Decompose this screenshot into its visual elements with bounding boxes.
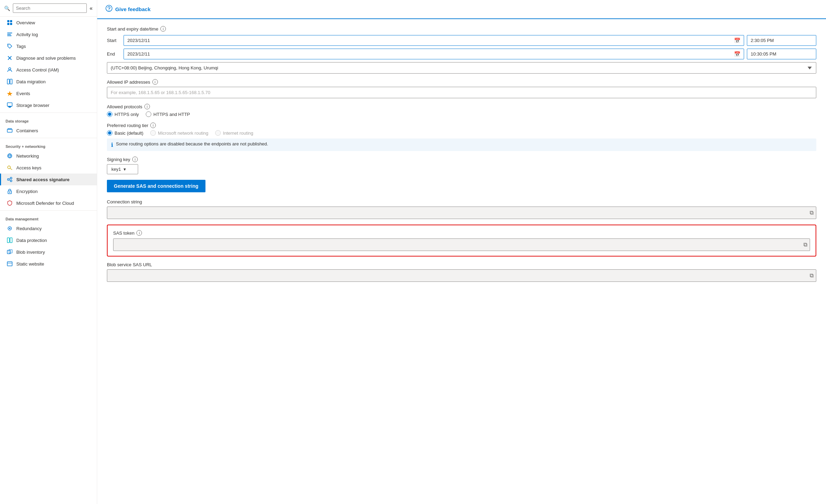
sidebar-item-tags[interactable]: Tags (0, 40, 97, 52)
sidebar-item-blob-inventory[interactable]: Blob inventory (0, 246, 97, 258)
blob-sas-url-section: Blob service SAS URL ⧉ (107, 262, 816, 282)
defender-icon (7, 200, 13, 206)
sidebar-item-label: Microsoft Defender for Cloud (16, 201, 74, 206)
routing-basic[interactable]: Basic (default) (107, 130, 143, 136)
allowed-protocols-info-icon[interactable]: i (144, 104, 150, 109)
protocol-https-only-label: HTTPS only (115, 112, 139, 117)
sas-token-copy-icon[interactable]: ⧉ (803, 242, 807, 248)
content-area: Start and expiry date/time i Start 📅 End… (97, 19, 826, 294)
routing-internet: Internet routing (215, 130, 253, 136)
svg-rect-10 (10, 79, 12, 84)
timezone-select[interactable]: (UTC+08:00) Beijing, Chongqing, Hong Kon… (107, 62, 816, 74)
sidebar-item-networking[interactable]: Networking (0, 150, 97, 162)
routing-info-banner-icon: ℹ (111, 142, 113, 148)
start-date-input[interactable] (124, 35, 744, 46)
collapse-icon[interactable]: « (90, 5, 93, 11)
signing-key-select[interactable]: key1 ▾ (107, 164, 138, 174)
end-date-row: End 📅 (107, 49, 816, 59)
svg-rect-14 (8, 106, 11, 107)
overview-icon (7, 19, 13, 26)
signing-key-label-wrap: Signing key i (107, 157, 816, 162)
sidebar-item-data-migration[interactable]: Data migration (0, 76, 97, 87)
sidebar-item-events[interactable]: Events (0, 87, 97, 99)
sidebar-item-activity-log[interactable]: Activity log (0, 28, 97, 40)
start-calendar-icon[interactable]: 📅 (734, 37, 741, 44)
svg-point-23 (10, 180, 12, 182)
svg-point-29 (9, 228, 10, 229)
sidebar-item-shared-access[interactable]: Shared access signature (0, 174, 97, 185)
allowed-ip-label: Allowed IP addresses (107, 79, 150, 85)
sidebar-item-encryption[interactable]: Encryption (0, 185, 97, 197)
routing-label: Preferred routing tier (107, 123, 148, 128)
routing-info-text: Some routing options are disabled becaus… (116, 141, 268, 146)
search-input[interactable] (13, 3, 87, 13)
sas-token-info-icon[interactable]: i (136, 230, 142, 236)
sidebar-item-iam[interactable]: Access Control (IAM) (0, 64, 97, 76)
sidebar-item-defender[interactable]: Microsoft Defender for Cloud (0, 197, 97, 209)
sas-token-label: SAS token (113, 230, 134, 236)
sidebar-item-label: Access Control (IAM) (16, 67, 59, 73)
start-expiry-info-icon[interactable]: i (160, 26, 166, 32)
routing-label-wrap: Preferred routing tier i (107, 123, 816, 128)
allowed-ip-section: Allowed IP addresses i (107, 79, 816, 85)
sidebar-item-storage-browser[interactable]: Storage browser (0, 99, 97, 111)
svg-rect-3 (10, 23, 12, 25)
routing-internet-label: Internet routing (223, 131, 253, 136)
protocol-https-only-radio[interactable] (107, 111, 112, 117)
sidebar-item-static-website[interactable]: Static website (0, 258, 97, 270)
static-website-icon (7, 261, 13, 267)
sidebar-item-label: Activity log (16, 32, 38, 37)
start-time-wrap (747, 35, 816, 46)
data-migration-icon (7, 78, 13, 85)
protocol-https-only[interactable]: HTTPS only (107, 111, 139, 117)
sidebar-item-overview[interactable]: Overview (0, 17, 97, 28)
svg-rect-0 (7, 20, 9, 22)
connection-string-copy-icon[interactable]: ⧉ (810, 210, 814, 216)
end-calendar-icon[interactable]: 📅 (734, 51, 741, 57)
svg-point-27 (9, 192, 10, 193)
allowed-ip-input[interactable] (107, 87, 816, 98)
start-time-input[interactable] (747, 35, 816, 46)
blob-sas-url-copy-icon[interactable]: ⧉ (810, 272, 814, 279)
signing-key-section: Signing key i key1 ▾ (107, 157, 816, 174)
routing-basic-label: Basic (default) (115, 131, 143, 136)
sidebar-item-containers[interactable]: Containers (0, 125, 97, 136)
shared-access-icon (7, 176, 13, 183)
connection-string-input[interactable] (107, 207, 816, 219)
sidebar-item-redundancy[interactable]: Redundancy (0, 222, 97, 234)
protocol-https-http-radio[interactable] (146, 111, 151, 117)
signing-key-info-icon[interactable]: i (132, 157, 138, 162)
sidebar-item-access-keys[interactable]: Access keys (0, 162, 97, 174)
sidebar-item-label: Redundancy (16, 226, 42, 231)
routing-microsoft: Microsoft network routing (150, 130, 208, 136)
svg-rect-12 (7, 103, 12, 106)
blob-sas-url-input[interactable] (107, 269, 816, 282)
blob-sas-url-label: Blob service SAS URL (107, 262, 816, 267)
sidebar: 🔍 « Overview Activity log Tags (0, 0, 97, 504)
protocols-radio-group: HTTPS only HTTPS and HTTP (107, 111, 816, 117)
sas-token-input[interactable] (113, 238, 810, 251)
sidebar-item-label: Access keys (16, 165, 41, 170)
end-date-input[interactable] (124, 49, 744, 59)
generate-sas-button[interactable]: Generate SAS and connection string (107, 180, 205, 192)
routing-basic-radio[interactable] (107, 130, 112, 136)
end-time-input[interactable] (747, 49, 816, 59)
sidebar-item-label: Storage browser (16, 103, 49, 108)
sidebar-item-label: Blob inventory (16, 250, 45, 255)
allowed-ip-info-icon[interactable]: i (152, 79, 158, 85)
svg-rect-9 (7, 79, 9, 84)
protocol-https-http[interactable]: HTTPS and HTTP (146, 111, 190, 117)
start-expiry-section: Start and expiry date/time i (107, 26, 816, 32)
svg-rect-13 (9, 107, 11, 108)
start-label: Start (107, 38, 121, 43)
sidebar-item-diagnose[interactable]: Diagnose and solve problems (0, 52, 97, 64)
connection-string-label: Connection string (107, 199, 816, 204)
encryption-icon (7, 188, 13, 194)
sidebar-item-data-protection[interactable]: Data protection (0, 234, 97, 246)
sas-token-output-wrap: ⧉ (113, 238, 810, 251)
sas-token-label-wrap: SAS token i (113, 230, 810, 236)
sidebar-item-label: Diagnose and solve problems (16, 56, 76, 61)
sidebar-item-label: Encryption (16, 189, 37, 194)
sidebar-item-label: Tags (16, 44, 26, 49)
routing-info-icon[interactable]: i (150, 123, 156, 128)
